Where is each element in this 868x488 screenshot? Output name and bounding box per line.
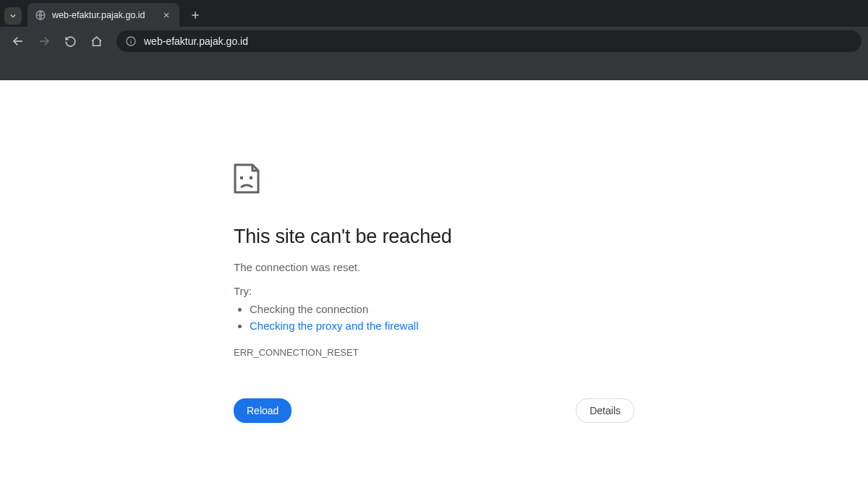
tab-strip: web-efaktur.pajak.go.id (0, 0, 868, 27)
browser-chrome: web-efaktur.pajak.go.id web-efaktur.paja… (0, 0, 868, 80)
arrow-right-icon (38, 35, 51, 48)
plus-icon (190, 10, 200, 20)
close-icon (163, 12, 170, 19)
back-button[interactable] (7, 30, 30, 53)
error-subtitle: The connection was reset. (234, 261, 634, 273)
address-bar[interactable]: web-efaktur.pajak.go.id (116, 30, 861, 52)
svg-rect-11 (250, 176, 252, 179)
suggestion-item: Checking the proxy and the firewall (250, 318, 634, 335)
error-page: This site can't be reached The connectio… (234, 163, 634, 423)
suggestion-list: Checking the connection Checking the pro… (250, 301, 634, 334)
home-button[interactable] (85, 30, 108, 53)
bookmarks-bar (0, 56, 868, 80)
proxy-firewall-link[interactable]: Checking the proxy and the firewall (250, 320, 418, 332)
reload-button[interactable]: Reload (234, 398, 292, 423)
suggestion-item: Checking the connection (250, 301, 634, 318)
arrow-left-icon (12, 35, 25, 48)
error-code: ERR_CONNECTION_RESET (234, 347, 634, 358)
sad-page-icon (234, 163, 634, 197)
svg-rect-10 (240, 176, 243, 179)
reload-icon (64, 35, 77, 48)
toolbar: web-efaktur.pajak.go.id (0, 27, 868, 56)
browser-tab[interactable]: web-efaktur.pajak.go.id (27, 3, 179, 27)
info-icon[interactable] (125, 35, 137, 47)
tab-title: web-efaktur.pajak.go.id (52, 10, 161, 20)
globe-icon (35, 9, 46, 21)
page-content: This site can't be reached The connectio… (0, 80, 868, 423)
tab-close-button[interactable] (161, 9, 172, 21)
new-tab-button[interactable] (185, 5, 205, 25)
tab-search-button[interactable] (4, 7, 22, 25)
action-row: Reload Details (234, 398, 634, 423)
chevron-down-icon (9, 12, 17, 20)
try-label: Try: (234, 285, 634, 297)
error-title: This site can't be reached (234, 226, 634, 248)
url-text: web-efaktur.pajak.go.id (144, 35, 248, 47)
home-icon (90, 35, 103, 48)
details-button[interactable]: Details (576, 398, 634, 423)
reload-nav-button[interactable] (59, 30, 82, 53)
forward-button[interactable] (33, 30, 56, 53)
